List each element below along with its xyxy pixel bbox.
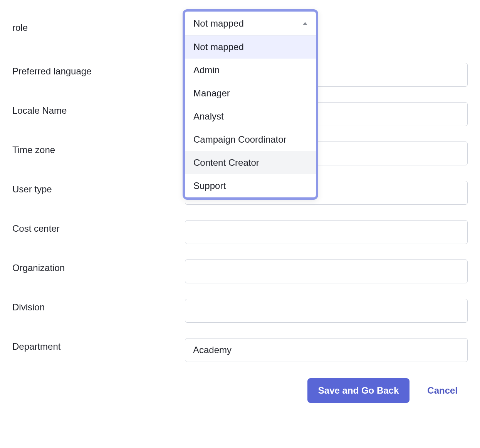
role-option-6[interactable]: Support [185,174,316,197]
label-cost-center: Cost center [12,220,185,234]
label-preferred-language: Preferred language [12,63,185,77]
role-dropdown-header-label: Not mapped [193,18,244,29]
role-option-1[interactable]: Admin [185,59,316,82]
role-option-3[interactable]: Analyst [185,105,316,128]
field-row-cost-center: Cost center [12,212,468,252]
organization-input[interactable] [185,259,468,283]
label-division: Division [12,299,185,313]
role-option-5[interactable]: Content Creator [185,151,316,174]
label-organization: Organization [12,259,185,273]
cancel-button[interactable]: Cancel [425,385,460,396]
field-row-division: Division [12,291,468,330]
field-row-organization: Organization [12,252,468,291]
chevron-up-icon [303,22,307,25]
save-button[interactable]: Save and Go Back [307,378,410,403]
label-time-zone: Time zone [12,141,185,155]
form-footer: Save and Go Back Cancel [12,370,468,403]
role-dropdown-header[interactable]: Not mapped [185,12,316,35]
label-department: Department [12,338,185,352]
label-locale-name: Locale Name [12,102,185,116]
role-dropdown: Not mapped Not mappedAdminManagerAnalyst… [183,9,318,200]
label-user-type: User type [12,181,185,195]
division-input[interactable] [185,299,468,323]
role-option-4[interactable]: Campaign Coordinator [185,128,316,151]
label-role: role [12,19,185,33]
role-option-0[interactable]: Not mapped [185,35,316,59]
field-row-department: Department [12,330,468,370]
department-input[interactable] [185,338,468,362]
cost-center-input[interactable] [185,220,468,244]
role-option-2[interactable]: Manager [185,82,316,105]
